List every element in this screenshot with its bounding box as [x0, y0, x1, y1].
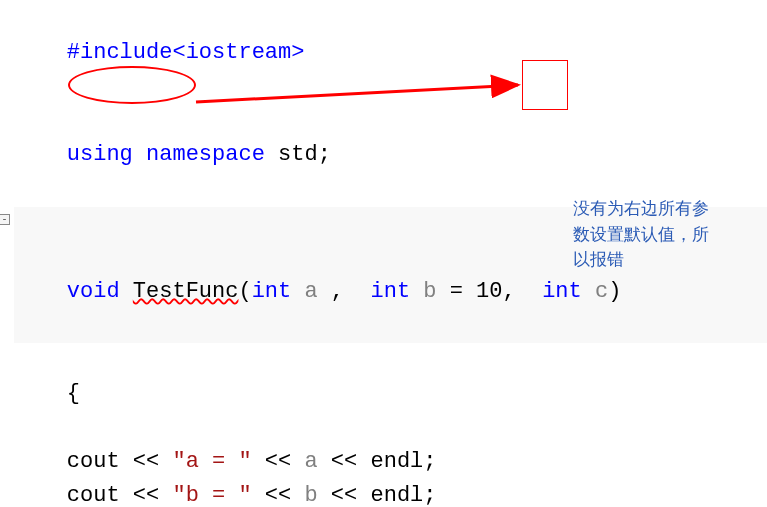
code-line-1: #include<iostream>	[14, 2, 767, 104]
op-stream: <<	[318, 483, 371, 507]
param-c: c	[595, 279, 608, 304]
paren-open: (	[238, 279, 251, 304]
number-ten: 10	[476, 279, 502, 304]
identifier-cout: cout	[67, 483, 120, 507]
op-stream: <<	[252, 483, 305, 507]
op-stream: <<	[252, 449, 305, 474]
annotation-line-1: 没有为右边所有参	[573, 196, 753, 222]
op-stream: <<	[120, 483, 173, 507]
function-name: TestFunc	[133, 279, 239, 304]
keyword-int: int	[370, 279, 410, 304]
brace-open: {	[67, 381, 80, 406]
keyword-int: int	[252, 279, 292, 304]
collapse-icon[interactable]: -	[0, 214, 10, 225]
keyword-void: void	[67, 279, 120, 304]
annotation-line-2: 数设置默认值，所	[573, 222, 753, 248]
semicolon: ;	[318, 142, 331, 167]
identifier-endl: endl	[370, 483, 423, 507]
keyword-namespace: namespace	[146, 142, 265, 167]
error-text-annotation: 没有为右边所有参 数设置默认值，所 以报错	[573, 196, 753, 273]
paren-close: )	[608, 279, 621, 304]
identifier-std: std	[278, 142, 318, 167]
string-literal: "b = "	[172, 483, 251, 507]
var-b: b	[304, 483, 317, 507]
identifier-endl: endl	[370, 449, 423, 474]
preprocessor-directive: #include	[67, 40, 173, 65]
op-stream: <<	[120, 449, 173, 474]
op-stream: <<	[318, 449, 371, 474]
comma: ,	[503, 279, 543, 304]
param-b: b	[423, 279, 436, 304]
code-line-2: using namespace std;	[14, 104, 767, 206]
comma: ,	[318, 279, 371, 304]
code-line-6: cout << "b = " << b << endl;	[14, 479, 767, 507]
string-literal: "a = "	[172, 449, 251, 474]
semicolon: ;	[423, 449, 436, 474]
angle-bracket-close: >	[291, 40, 304, 65]
identifier-cout: cout	[67, 449, 120, 474]
code-line-4: {	[14, 343, 767, 445]
annotation-line-3: 以报错	[573, 247, 753, 273]
param-a: a	[304, 279, 317, 304]
angle-bracket-open: <	[172, 40, 185, 65]
var-a: a	[304, 449, 317, 474]
equals: =	[437, 279, 477, 304]
semicolon: ;	[423, 483, 436, 507]
code-line-5: cout << "a = " << a << endl;	[14, 445, 767, 479]
keyword-int: int	[542, 279, 582, 304]
keyword-using: using	[67, 142, 133, 167]
header-name: iostream	[186, 40, 292, 65]
